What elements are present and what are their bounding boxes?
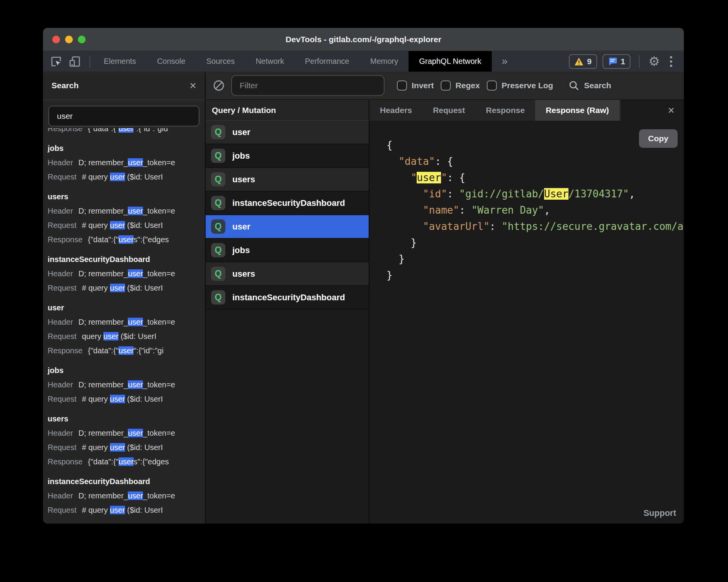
- search-match-highlight: user: [128, 158, 143, 167]
- tab-memory[interactable]: Memory: [360, 51, 409, 72]
- detail-tab-headers[interactable]: Headers: [369, 100, 422, 121]
- search-result-row[interactable]: HeaderD; remember_user_token=e: [48, 426, 200, 440]
- search-result-row[interactable]: HeaderD; remember_user_token=e: [48, 489, 200, 503]
- tab-network[interactable]: Network: [245, 51, 294, 72]
- search-match-highlight: user: [118, 235, 134, 244]
- tab-console[interactable]: Console: [146, 51, 196, 72]
- tab-elements[interactable]: Elements: [93, 51, 146, 72]
- json-token: [386, 188, 423, 200]
- search-result-row[interactable]: Response{"data":{"user":{"id":"gi: [48, 344, 200, 358]
- query-list-item[interactable]: Quser: [206, 121, 369, 144]
- search-result-row-label: Request: [48, 221, 77, 229]
- search-match-highlight: user: [128, 318, 143, 326]
- request-detail-panel: HeadersRequestResponseResponse (Raw) × {…: [369, 100, 684, 524]
- preserve-log-checkbox[interactable]: Preserve Log: [487, 80, 553, 91]
- search-result-text: _token=e: [143, 491, 175, 500]
- query-list-item-selected[interactable]: Quser: [206, 215, 369, 239]
- search-result-row[interactable]: Response{"data":{"users":{"edges: [48, 455, 200, 469]
- query-list-item[interactable]: Qusers: [206, 262, 369, 286]
- search-result-text: {"data":{": [88, 457, 118, 466]
- search-result-row[interactable]: HeaderD; remember_user_token=e: [48, 156, 200, 170]
- response-raw-json: { "data": { "user": { "id": "gid://gitla…: [386, 137, 684, 283]
- zoom-window-button[interactable]: [78, 36, 86, 43]
- tab-sources[interactable]: Sources: [196, 51, 245, 72]
- search-result-row-label: Response: [48, 128, 82, 133]
- search-result-group-title[interactable]: user: [48, 301, 200, 315]
- tab-performance[interactable]: Performance: [295, 51, 360, 72]
- search-result-row[interactable]: Request# query user ($id: UserI: [48, 218, 200, 233]
- json-token: ": [441, 172, 447, 183]
- checkbox-label: Invert: [412, 81, 434, 90]
- query-type-icon: Q: [211, 196, 225, 210]
- clear-icon[interactable]: [212, 79, 226, 92]
- issues-count: 1: [621, 57, 625, 66]
- invert-checkbox[interactable]: Invert: [397, 80, 434, 91]
- search-result-group-title[interactable]: users: [48, 412, 200, 426]
- regex-checkbox[interactable]: Regex: [441, 80, 480, 91]
- query-list-item[interactable]: QinstanceSecurityDashboard: [206, 192, 369, 215]
- search-result-row[interactable]: Requestquery user ($id: UserI: [48, 329, 200, 344]
- close-search-icon[interactable]: ×: [189, 80, 196, 91]
- json-token: [386, 204, 423, 216]
- search-result-group-title[interactable]: jobs: [48, 141, 200, 156]
- warnings-badge[interactable]: 9: [569, 54, 597, 69]
- search-result-group-title[interactable]: instanceSecurityDashboard: [48, 252, 200, 267]
- search-result-group: jobsHeaderD; remember_user_token=eReques…: [48, 363, 200, 406]
- search-result-row[interactable]: Request# query user ($id: UserI: [48, 503, 200, 517]
- close-window-button[interactable]: [52, 36, 60, 43]
- query-list-item[interactable]: Qjobs: [206, 144, 369, 168]
- search-result-text: {"data":{": [88, 128, 118, 133]
- search-result-row[interactable]: HeaderD; remember_user_token=e: [48, 378, 200, 392]
- search-result-text: ($id: UserI: [125, 443, 163, 452]
- json-token: "id": [423, 188, 447, 200]
- search-match-highlight: user: [128, 429, 143, 437]
- search-results: Response{"data":{"user":{"id":"gidjobsHe…: [43, 128, 205, 524]
- support-link[interactable]: Support: [644, 508, 676, 518]
- search-result-row[interactable]: HeaderD; remember_user_token=e: [48, 315, 200, 329]
- close-detail-icon[interactable]: ×: [621, 100, 684, 121]
- search-result-row[interactable]: Response{"data":{"user":{"id":"gid: [48, 128, 200, 136]
- detail-tab-response[interactable]: Response: [476, 100, 535, 121]
- search-result-row[interactable]: Response{"data":{"users":{"edges: [48, 233, 200, 247]
- detail-tab-response-raw[interactable]: Response (Raw): [535, 100, 619, 121]
- filter-input[interactable]: [231, 75, 385, 96]
- search-result-row[interactable]: Request# query user ($id: UserI: [48, 281, 200, 295]
- json-line: "name": "Warren Day",: [386, 202, 684, 218]
- json-token: "gid://gitlab/: [459, 188, 544, 200]
- search-result-group-title[interactable]: users: [48, 190, 200, 204]
- search-result-group-title[interactable]: jobs: [48, 363, 200, 378]
- json-token: :: [489, 221, 501, 232]
- checkbox-box[interactable]: [397, 80, 407, 91]
- minimize-window-button[interactable]: [65, 36, 73, 43]
- search-panel-title: Search: [52, 81, 79, 90]
- search-result-row[interactable]: HeaderD; remember_user_token=e: [48, 204, 200, 218]
- inspect-element-icon[interactable]: [49, 55, 63, 68]
- kebab-menu-icon[interactable]: [665, 56, 677, 67]
- json-line: }: [386, 267, 684, 283]
- tab-graphql-network[interactable]: GraphQL Network: [409, 51, 491, 72]
- response-raw-content: { "data": { "user": { "id": "gid://gitla…: [369, 121, 684, 524]
- checkbox-box[interactable]: [441, 80, 451, 91]
- device-toolbar-icon[interactable]: [68, 55, 82, 68]
- query-list-item[interactable]: QinstanceSecurityDashboard: [206, 286, 369, 310]
- search-input[interactable]: [48, 106, 199, 127]
- search-result-row[interactable]: Request# query user ($id: UserI: [48, 170, 200, 184]
- search-result-row[interactable]: HeaderD; remember_user_token=e: [48, 267, 200, 281]
- checkbox-box[interactable]: [487, 80, 497, 91]
- search-result-row[interactable]: Request# query user ($id: UserI: [48, 440, 200, 455]
- search-result-row-label: Header: [48, 318, 73, 326]
- search-result-row[interactable]: Request# query user ($id: UserI: [48, 392, 200, 406]
- detail-tab-request[interactable]: Request: [422, 100, 476, 121]
- search-result-group: usersHeaderD; remember_user_token=eReque…: [48, 190, 200, 247]
- search-result-group-title[interactable]: instanceSecurityDashboard: [48, 474, 200, 489]
- json-token: :: [459, 204, 471, 216]
- more-tabs-icon[interactable]: »: [492, 51, 518, 72]
- issues-badge[interactable]: 1: [603, 54, 631, 69]
- query-list-item[interactable]: Qusers: [206, 168, 369, 192]
- copy-button[interactable]: Copy: [639, 129, 678, 148]
- query-list-item-label: jobs: [232, 151, 250, 161]
- toolbar-search[interactable]: Search: [568, 80, 611, 91]
- search-match-highlight: user: [118, 128, 134, 133]
- settings-gear-icon[interactable]: ⚙: [648, 55, 660, 68]
- query-list-item[interactable]: Qjobs: [206, 239, 369, 262]
